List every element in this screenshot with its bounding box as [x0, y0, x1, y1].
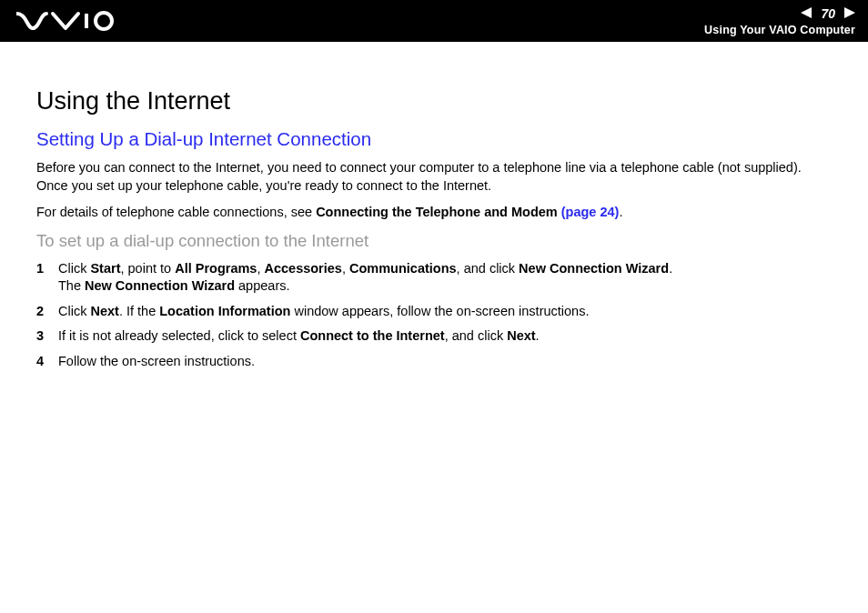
step-text: If it is not already selected, click to … [58, 327, 832, 346]
next-page-icon[interactable] [843, 5, 855, 22]
text-run: , and click [457, 261, 520, 276]
step-number: 4 [36, 353, 58, 371]
step-number: 1 [36, 260, 58, 296]
prev-page-icon[interactable] [801, 5, 813, 22]
intro-paragraph-1: Before you can connect to the Internet, … [36, 159, 832, 195]
step-number: 3 [36, 327, 58, 346]
step-item: 2Click Next. If the Location Information… [36, 303, 832, 321]
step-text: Click Start, point to All Programs, Acce… [58, 260, 832, 296]
bold-term: Connect to the Internet [300, 328, 445, 343]
text-run: Click [58, 304, 90, 318]
svg-marker-3 [844, 7, 855, 18]
svg-marker-2 [801, 7, 812, 18]
bold-term: All Programs [175, 261, 257, 276]
step-item: 3If it is not already selected, click to… [36, 327, 832, 346]
intro2-pre: For details of telephone cable connectio… [36, 205, 316, 219]
intro-paragraph-2: For details of telephone cable connectio… [36, 204, 832, 222]
bold-term: Next [507, 328, 535, 343]
step-item: 1Click Start, point to All Programs, Acc… [36, 260, 832, 296]
bold-term: Location Information [159, 304, 290, 318]
svg-point-1 [96, 13, 112, 29]
vaio-logo [16, 10, 116, 32]
text-run: . If the [119, 304, 159, 318]
page-content: Using the Internet Setting Up a Dial-up … [0, 42, 868, 397]
header-bar: 70 Using Your VAIO Computer [0, 0, 868, 42]
text-run: , [342, 261, 349, 276]
text-run: , point to [121, 261, 176, 276]
text-run: Click [58, 261, 90, 276]
section-heading: Setting Up a Dial-up Internet Connection [36, 128, 832, 150]
step-text: Click Next. If the Location Information … [58, 303, 832, 321]
text-run: The [58, 278, 85, 293]
header-section-title: Using Your VAIO Computer [704, 24, 855, 36]
page-nav: 70 [801, 5, 855, 22]
text-run: appears. [235, 278, 289, 293]
text-run: . [536, 328, 540, 343]
text-run: window appears, follow the on-screen ins… [290, 304, 589, 318]
page-number: 70 [819, 6, 837, 21]
steps-list: 1Click Start, point to All Programs, Acc… [36, 260, 832, 371]
bold-term: New Connection Wizard [519, 261, 669, 276]
bold-term: Communications [349, 261, 457, 276]
page-title: Using the Internet [36, 87, 832, 116]
text-run: . [669, 261, 672, 276]
bold-term: Accessories [264, 261, 341, 276]
text-run: Follow the on-screen instructions. [58, 354, 255, 368]
step-text: Follow the on-screen instructions. [58, 353, 832, 371]
step-item: 4Follow the on-screen instructions. [36, 353, 832, 371]
intro2-post: . [619, 205, 622, 219]
svg-rect-0 [85, 14, 88, 28]
bold-term: Next [90, 304, 118, 318]
step-number: 2 [36, 303, 58, 321]
text-run: , and click [445, 328, 508, 343]
page-cross-reference[interactable]: (page 24) [561, 205, 620, 219]
bold-term: New Connection Wizard [85, 278, 235, 293]
procedure-heading: To set up a dial-up connection to the In… [36, 231, 832, 251]
header-right: 70 Using Your VAIO Computer [704, 5, 855, 36]
intro2-bold: Connecting the Telephone and Modem [316, 205, 561, 219]
bold-term: Start [90, 261, 120, 276]
text-run: If it is not already selected, click to … [58, 328, 300, 343]
